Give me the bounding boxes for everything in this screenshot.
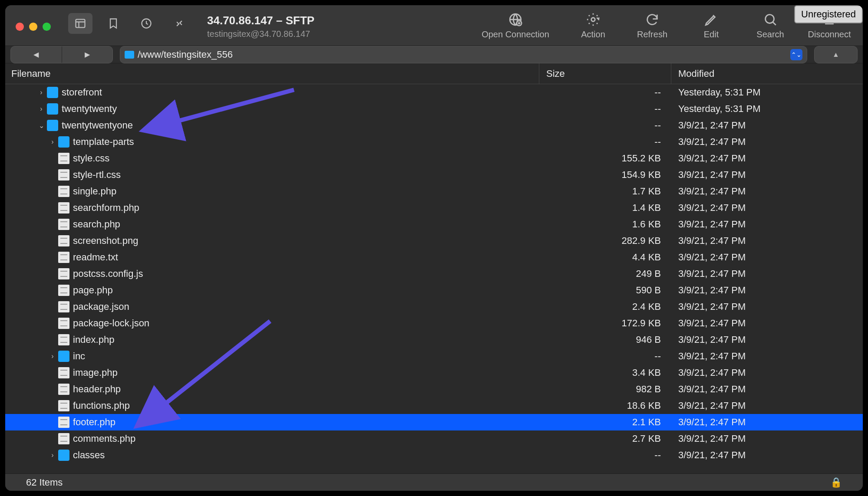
file-name: storefront: [62, 87, 102, 98]
column-modified[interactable]: Modified: [671, 68, 863, 79]
window: 34.70.86.147 – SFTP testingsitex@34.70.8…: [5, 5, 863, 491]
file-size: 1.7 KB: [539, 186, 671, 197]
file-icon: [58, 384, 69, 395]
file-row[interactable]: single.php1.7 KB3/9/21, 2:47 PM: [5, 183, 863, 200]
refresh-button[interactable]: Refresh: [632, 12, 673, 39]
file-modified: Yesterday, 5:31 PM: [671, 103, 863, 115]
disclosure-triangle[interactable]: ›: [36, 89, 47, 96]
folder-row[interactable]: ⌄twentytwentyone--3/9/21, 2:47 PM: [5, 117, 863, 134]
file-row[interactable]: functions.php18.6 KB3/9/21, 2:47 PM: [5, 397, 863, 414]
go-up-button[interactable]: ▲: [814, 46, 858, 63]
file-size: 982 B: [539, 384, 671, 395]
folder-icon: [47, 87, 58, 98]
folder-icon: [58, 450, 69, 461]
bookmarks-icon[interactable]: [101, 13, 125, 34]
file-modified: 3/9/21, 2:47 PM: [671, 153, 863, 164]
file-name: readme.txt: [73, 252, 118, 263]
column-filename[interactable]: Filename: [5, 63, 539, 84]
file-row[interactable]: image.php3.4 KB3/9/21, 2:47 PM: [5, 365, 863, 381]
status-bar: 62 Items 🔒: [5, 473, 863, 491]
action-button[interactable]: Action: [573, 12, 614, 39]
file-size: 1.4 KB: [539, 202, 671, 214]
file-row[interactable]: readme.txt4.4 KB3/9/21, 2:47 PM: [5, 249, 863, 266]
file-row[interactable]: index.php946 B3/9/21, 2:47 PM: [5, 332, 863, 348]
file-row[interactable]: header.php982 B3/9/21, 2:47 PM: [5, 381, 863, 397]
nav-forward-button[interactable]: ▶: [62, 46, 113, 63]
path-dropdown-icon[interactable]: ⌃⌄: [790, 49, 802, 60]
file-row[interactable]: searchform.php1.4 KB3/9/21, 2:47 PM: [5, 200, 863, 216]
column-header: Filename Size Modified: [5, 63, 863, 84]
search-label: Search: [756, 30, 784, 39]
file-name: twentytwentyone: [62, 120, 133, 131]
file-size: 2.1 KB: [539, 417, 671, 428]
file-modified: 3/9/21, 2:47 PM: [671, 400, 863, 411]
svg-point-4: [591, 18, 595, 22]
open-connection-button[interactable]: Open Connection: [476, 12, 554, 39]
file-name: style-rtl.css: [73, 169, 121, 181]
browser-view-icon[interactable]: [68, 13, 92, 34]
folder-row[interactable]: ›twentytwenty--Yesterday, 5:31 PM: [5, 101, 863, 117]
file-row[interactable]: page.php590 B3/9/21, 2:47 PM: [5, 282, 863, 299]
file-icon: [58, 186, 69, 197]
svg-point-5: [766, 15, 774, 23]
file-row[interactable]: footer.php2.1 KB3/9/21, 2:47 PM: [5, 414, 863, 430]
file-size: 946 B: [539, 334, 671, 345]
svg-rect-0: [76, 20, 85, 28]
file-row[interactable]: style-rtl.css154.9 KB3/9/21, 2:47 PM: [5, 167, 863, 183]
column-size[interactable]: Size: [539, 63, 671, 84]
file-modified: 3/9/21, 2:47 PM: [671, 351, 863, 362]
file-icon: [58, 153, 69, 164]
file-icon: [58, 417, 69, 428]
file-icon: [58, 318, 69, 329]
lock-icon: 🔒: [830, 477, 842, 488]
minimize-window-button[interactable]: [29, 23, 37, 31]
file-modified: 3/9/21, 2:47 PM: [671, 268, 863, 279]
file-modified: 3/9/21, 2:47 PM: [671, 186, 863, 197]
file-name: postcss.config.js: [73, 268, 143, 279]
toolbar: Open Connection Action Refresh Edit Sear…: [476, 12, 850, 39]
file-icon: [58, 285, 69, 296]
file-name: page.php: [73, 285, 113, 296]
search-button[interactable]: Search: [750, 12, 791, 39]
disclosure-triangle[interactable]: ›: [47, 451, 58, 459]
file-row[interactable]: postcss.config.js249 B3/9/21, 2:47 PM: [5, 266, 863, 282]
edit-button[interactable]: Edit: [691, 12, 732, 39]
file-name: single.php: [73, 186, 116, 197]
folder-row[interactable]: ›classes--3/9/21, 2:47 PM: [5, 447, 863, 463]
file-name: index.php: [73, 334, 114, 345]
file-size: 3.4 KB: [539, 367, 671, 378]
nav-back-button[interactable]: ◀: [11, 46, 62, 63]
file-name: functions.php: [73, 400, 130, 411]
file-modified: 3/9/21, 2:47 PM: [671, 367, 863, 378]
folder-row[interactable]: ›inc--3/9/21, 2:47 PM: [5, 348, 863, 365]
file-size: 1.6 KB: [539, 219, 671, 230]
file-row[interactable]: screenshot.png282.9 KB3/9/21, 2:47 PM: [5, 233, 863, 249]
file-row[interactable]: comments.php2.7 KB3/9/21, 2:47 PM: [5, 430, 863, 447]
disclosure-triangle[interactable]: ›: [47, 352, 58, 360]
disclosure-triangle[interactable]: ›: [36, 105, 47, 113]
close-window-button[interactable]: [16, 23, 24, 31]
file-pane[interactable]: ›storefront--Yesterday, 5:31 PM›twentytw…: [5, 84, 863, 473]
path-field[interactable]: /www/testingsitex_556 ⌃⌄: [120, 46, 807, 63]
file-size: 282.9 KB: [539, 235, 671, 246]
folder-row[interactable]: ›template-parts--3/9/21, 2:47 PM: [5, 134, 863, 150]
file-size: 172.9 KB: [539, 318, 671, 329]
file-row[interactable]: search.php1.6 KB3/9/21, 2:47 PM: [5, 216, 863, 233]
file-icon: [58, 169, 69, 181]
folder-row[interactable]: ›storefront--Yesterday, 5:31 PM: [5, 84, 863, 101]
zoom-window-button[interactable]: [43, 23, 51, 31]
disclosure-triangle[interactable]: ⌄: [36, 122, 47, 130]
file-name: template-parts: [73, 136, 134, 148]
file-name: searchform.php: [73, 202, 139, 214]
file-modified: 3/9/21, 2:47 PM: [671, 235, 863, 246]
file-row[interactable]: package.json2.4 KB3/9/21, 2:47 PM: [5, 299, 863, 315]
file-icon: [58, 252, 69, 263]
file-modified: 3/9/21, 2:47 PM: [671, 301, 863, 312]
file-name: image.php: [73, 367, 118, 378]
disclosure-triangle[interactable]: ›: [47, 138, 58, 146]
file-row[interactable]: style.css155.2 KB3/9/21, 2:47 PM: [5, 150, 863, 167]
transfer-icon[interactable]: [167, 13, 191, 34]
file-row[interactable]: package-lock.json172.9 KB3/9/21, 2:47 PM: [5, 315, 863, 332]
history-icon[interactable]: [134, 13, 158, 34]
file-size: 2.4 KB: [539, 301, 671, 312]
